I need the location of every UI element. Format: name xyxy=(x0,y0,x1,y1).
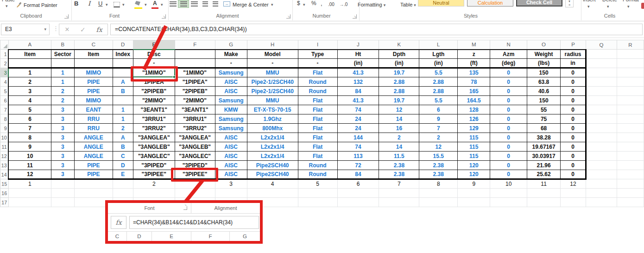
cell-L4[interactable]: 2.88 xyxy=(419,77,458,87)
cell-D10[interactable]: A xyxy=(113,133,133,142)
comma-style-button[interactable]: , xyxy=(321,0,322,7)
cell-J5[interactable]: 84 xyxy=(337,87,379,96)
cell-J12[interactable]: 113 xyxy=(337,152,379,161)
cell-C7[interactable]: EANT xyxy=(74,105,113,114)
cell-E14[interactable]: "3PIPEE" xyxy=(133,170,175,179)
format-dropdown-caret[interactable]: ▾ xyxy=(627,4,630,9)
name-box[interactable]: E3 ▾ xyxy=(1,24,50,35)
cell-B17[interactable] xyxy=(51,198,74,207)
row-header-9[interactable]: 9 xyxy=(0,124,9,133)
cell-K11[interactable]: 14 xyxy=(379,142,419,152)
cell-D4[interactable]: A xyxy=(113,77,133,87)
cell-L8[interactable]: 9 xyxy=(419,114,458,124)
cell-C3[interactable]: MIMO xyxy=(74,68,113,77)
cell-C10[interactable]: ANGLE xyxy=(74,133,113,142)
cell-C8[interactable]: RRU xyxy=(74,114,113,124)
bold-button[interactable]: B xyxy=(74,0,78,7)
currency-dropdown-caret[interactable]: ▾ xyxy=(303,2,305,7)
cell-A16[interactable] xyxy=(8,189,51,198)
cell-E6[interactable]: "2MIMO" xyxy=(133,96,175,105)
cell-B7[interactable]: 3 xyxy=(51,105,74,114)
cell-Q6[interactable] xyxy=(586,96,617,105)
cell-J11[interactable]: 74 xyxy=(337,142,379,152)
cell-N15[interactable]: 10 xyxy=(490,179,527,189)
delete-dropdown-caret[interactable]: ▾ xyxy=(607,4,609,9)
cell-N1[interactable]: Azm xyxy=(490,50,527,59)
cell-O2[interactable]: (lbs) xyxy=(527,59,561,68)
cell-G5[interactable]: AISC xyxy=(215,87,247,96)
cell-O11[interactable]: 19.67167 xyxy=(527,142,561,152)
underline-button[interactable]: U xyxy=(98,0,102,7)
cell-P17[interactable] xyxy=(561,198,586,207)
cell-K12[interactable]: 11.5 xyxy=(379,152,419,161)
cell-D11[interactable]: B xyxy=(113,142,133,152)
cell-O1[interactable]: Weight xyxy=(527,50,561,59)
cell-C1[interactable]: Item xyxy=(74,50,113,59)
cell-O8[interactable]: 75 xyxy=(527,114,561,124)
column-header-K[interactable]: K xyxy=(379,40,419,50)
cell-R17[interactable] xyxy=(617,198,644,207)
font-color-dropdown-caret[interactable]: ▾ xyxy=(161,2,163,7)
column-header-F[interactable]: F xyxy=(175,40,215,50)
cell-N16[interactable] xyxy=(490,189,527,198)
cell-G16[interactable] xyxy=(215,189,247,198)
cell-P15[interactable]: 12 xyxy=(561,179,586,189)
conditional-formatting-button[interactable]: Formatting ▾ xyxy=(358,2,385,7)
cell-I11[interactable]: Flat xyxy=(298,142,337,152)
number-dialog-launcher[interactable] xyxy=(353,14,357,19)
cell-M8[interactable]: 126 xyxy=(458,114,490,124)
cell-K6[interactable]: 19.7 xyxy=(379,96,419,105)
cell-H3[interactable]: MMU xyxy=(247,68,298,77)
style-calculation[interactable]: Calculation xyxy=(467,0,513,6)
insert-function-icon[interactable]: fx xyxy=(96,26,102,33)
cell-C6[interactable]: MIMO xyxy=(74,96,113,105)
cell-A17[interactable] xyxy=(8,198,51,207)
cell-B11[interactable]: 3 xyxy=(51,142,74,152)
cell-B15[interactable] xyxy=(51,179,74,189)
column-header-P[interactable]: P xyxy=(561,40,586,50)
cell-Q10[interactable] xyxy=(586,133,617,142)
cell-P6[interactable]: 0 xyxy=(561,96,586,105)
cell-H5[interactable]: Pipe2-1/2SCH40 xyxy=(247,87,298,96)
cell-H11[interactable]: L2x2x1/4 xyxy=(247,142,298,152)
cell-F6[interactable]: "2MIMO" xyxy=(175,96,215,105)
row-header-14[interactable]: 14 xyxy=(0,170,9,179)
cell-D8[interactable]: 1 xyxy=(113,114,133,124)
cell-A14[interactable]: 12 xyxy=(8,170,51,179)
cell-M6[interactable]: 164.5 xyxy=(458,96,490,105)
cell-H2[interactable]: - xyxy=(247,59,298,68)
cell-I15[interactable]: 5 xyxy=(298,179,337,189)
format-as-table-button[interactable]: Table ▾ xyxy=(400,2,416,7)
cell-K7[interactable]: 12 xyxy=(379,105,419,114)
cell-F3[interactable]: "1MIMO" xyxy=(175,68,215,77)
cell-J3[interactable]: 41.3 xyxy=(337,68,379,77)
column-header-E[interactable]: E xyxy=(133,40,175,50)
cell-Q16[interactable] xyxy=(586,189,617,198)
cell-H1[interactable]: Model xyxy=(247,50,298,59)
borders-dropdown-caret[interactable]: ▾ xyxy=(122,2,125,7)
row-header-4[interactable]: 4 xyxy=(0,77,9,87)
cell-A1[interactable]: Item xyxy=(8,50,51,59)
cell-N13[interactable]: 0 xyxy=(490,161,527,170)
cell-D7[interactable]: 1 xyxy=(113,105,133,114)
alignment-dialog-launcher[interactable] xyxy=(286,14,290,19)
merge-center-icon[interactable]: ↔ xyxy=(223,1,230,6)
formula-input[interactable]: =CONCATENATE(CHAR(34),B3,C3,D3,CHAR(34)) xyxy=(110,24,643,35)
cell-D3[interactable] xyxy=(113,68,133,77)
cell-Q3[interactable] xyxy=(586,68,617,77)
cell-C4[interactable]: PIPE xyxy=(74,77,113,87)
cell-E16[interactable] xyxy=(133,189,175,198)
cell-J15[interactable]: 6 xyxy=(337,179,379,189)
cell-R13[interactable] xyxy=(617,161,644,170)
merge-center-button[interactable]: Merge & Center xyxy=(233,2,269,7)
cell-Q4[interactable] xyxy=(586,77,617,87)
cell-I14[interactable]: Round xyxy=(298,170,337,179)
borders-button[interactable] xyxy=(114,2,120,7)
cell-K5[interactable]: 2.88 xyxy=(379,87,419,96)
cell-C5[interactable]: PIPE xyxy=(74,87,113,96)
cell-L1[interactable]: Lgth xyxy=(419,50,458,59)
cell-H14[interactable]: Pipe2SCH40 xyxy=(247,170,298,179)
cell-L12[interactable]: 15.5 xyxy=(419,152,458,161)
row-header-2[interactable]: 2 xyxy=(0,59,9,68)
cell-O9[interactable]: 68 xyxy=(527,124,561,133)
